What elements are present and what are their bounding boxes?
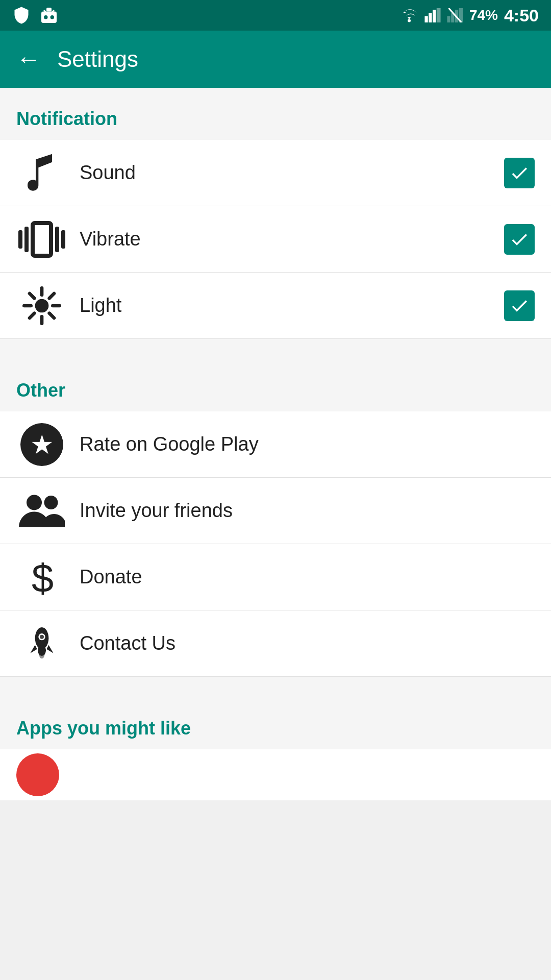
section-spacer-2	[0, 677, 551, 697]
time-display: 4:50	[504, 6, 539, 26]
status-bar: 74% 4:50	[0, 0, 551, 31]
app-item-partial[interactable]	[0, 749, 551, 800]
back-button[interactable]: ←	[16, 47, 41, 71]
other-section-header: Other	[0, 359, 551, 411]
vibrate-checkbox[interactable]	[504, 224, 535, 255]
rate-label: Rate on Google Play	[67, 433, 535, 455]
svg-line-22	[30, 313, 34, 317]
sound-setting-item[interactable]: Sound	[0, 140, 551, 206]
donate-setting-item[interactable]: $ Donate	[0, 544, 551, 610]
signal-slash-icon	[447, 8, 463, 22]
light-setting-item[interactable]: Light	[0, 273, 551, 339]
light-label: Light	[67, 295, 504, 316]
apps-section-header: Apps you might like	[0, 697, 551, 749]
rate-setting-item[interactable]: ★ Rate on Google Play	[0, 411, 551, 478]
vibrate-label: Vibrate	[67, 228, 504, 250]
svg-line-21	[49, 293, 54, 298]
svg-point-1	[44, 15, 48, 19]
signal-icon	[424, 8, 441, 22]
svg-point-30	[40, 634, 44, 639]
invite-label: Invite your friends	[67, 500, 535, 522]
svg-rect-9	[447, 16, 450, 22]
contact-label: Contact Us	[67, 632, 535, 654]
dollar-icon: $	[16, 557, 67, 598]
vibrate-icon	[16, 221, 67, 258]
app-icon-partial	[16, 753, 59, 796]
notification-section-header: Notification	[0, 88, 551, 140]
light-checkbox[interactable]	[504, 290, 535, 321]
status-icons-left	[12, 6, 59, 24]
invite-setting-item[interactable]: Invite your friends	[0, 478, 551, 544]
svg-point-4	[408, 19, 411, 22]
svg-point-28	[39, 650, 45, 658]
rocket-icon	[16, 623, 67, 664]
page-title: Settings	[57, 46, 138, 72]
wifi-icon	[400, 8, 418, 22]
settings-content: Notification Sound Vibrate	[0, 88, 551, 800]
svg-point-14	[35, 299, 49, 312]
contact-setting-item[interactable]: Contact Us	[0, 610, 551, 677]
battery-percentage: 74%	[469, 7, 498, 23]
toolbar: ← Settings	[0, 31, 551, 88]
svg-rect-7	[433, 10, 436, 22]
svg-rect-6	[429, 13, 432, 22]
music-note-icon	[16, 153, 67, 193]
donate-label: Donate	[67, 566, 535, 588]
status-icons-right: 74% 4:50	[400, 6, 539, 26]
svg-rect-5	[424, 16, 428, 22]
svg-rect-3	[46, 8, 52, 12]
svg-point-24	[44, 496, 58, 509]
sun-icon	[16, 285, 67, 326]
robot-icon	[39, 6, 59, 24]
svg-text:$: $	[32, 557, 54, 598]
section-spacer-1	[0, 339, 551, 359]
svg-rect-8	[437, 8, 441, 22]
shield-icon	[12, 6, 31, 24]
svg-line-19	[30, 293, 34, 298]
sound-label: Sound	[67, 162, 504, 184]
sound-checkbox[interactable]	[504, 158, 535, 188]
svg-point-2	[51, 15, 55, 19]
svg-line-20	[49, 313, 54, 317]
svg-point-23	[27, 495, 42, 510]
people-icon	[16, 491, 67, 531]
vibrate-setting-item[interactable]: Vibrate	[0, 206, 551, 273]
svg-rect-0	[41, 12, 57, 23]
star-icon: ★	[16, 423, 67, 466]
